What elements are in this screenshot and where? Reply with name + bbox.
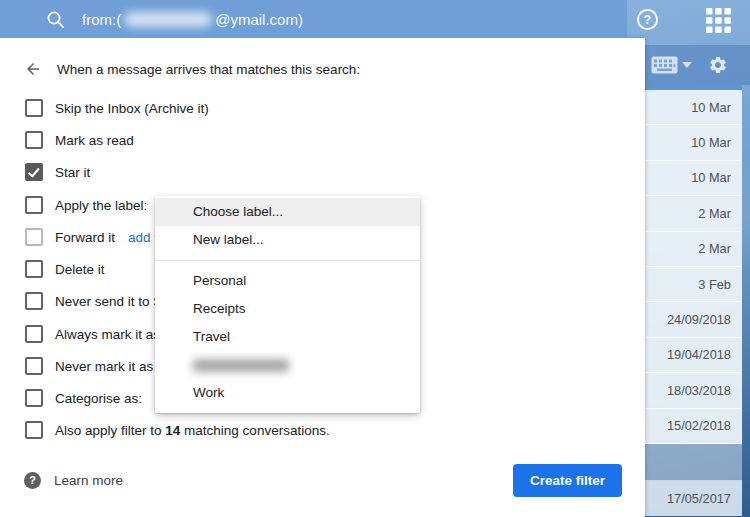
menu-item-new-label[interactable]: New label... (155, 226, 420, 254)
email-date: 10 Mar (691, 135, 731, 150)
learn-more-icon: ? (24, 472, 41, 489)
checkbox-never-important[interactable] (25, 357, 43, 375)
create-filter-button[interactable]: Create filter (513, 464, 622, 497)
menu-item-choose-label[interactable]: Choose label... (155, 198, 420, 226)
checkbox-star-checked[interactable] (25, 163, 43, 181)
label-dropdown-menu: Choose label... New label... Personal Re… (155, 196, 420, 413)
menu-item-travel[interactable]: Travel (155, 323, 420, 351)
checkbox-apply-existing[interactable] (25, 421, 43, 439)
menu-divider (155, 260, 420, 261)
learn-more-link[interactable]: ? Learn more (24, 471, 123, 489)
settings-icon[interactable] (708, 55, 728, 75)
learn-more-label: Learn more (54, 473, 123, 488)
filter-option-mark-read: Mark as read (25, 124, 134, 156)
checkbox-mark-read[interactable] (25, 131, 43, 149)
email-row[interactable]: 15/02/2018 (645, 409, 742, 444)
option-label[interactable]: Skip the Inbox (Archive it) (55, 101, 209, 116)
email-date: 24/09/2018 (667, 312, 731, 327)
checkbox-skip-inbox[interactable] (25, 99, 43, 117)
email-date: 2 Mar (698, 241, 731, 256)
menu-item-personal[interactable]: Personal (155, 267, 420, 295)
matching-count: 14 (165, 423, 180, 438)
search-icon[interactable] (46, 10, 65, 29)
email-date: 10 Mar (691, 100, 731, 115)
redacted-sender-name (124, 12, 212, 27)
email-row[interactable]: 2 Mar (645, 196, 742, 231)
filter-panel-title: When a message arrives that matches this… (57, 62, 360, 77)
email-date: 17/05/2017 (667, 491, 731, 506)
caret-down-icon[interactable] (682, 62, 692, 68)
svg-text:?: ? (644, 13, 651, 27)
email-row[interactable]: 19/04/2018 (645, 338, 742, 373)
checkbox-apply-label[interactable] (25, 196, 43, 214)
checkbox-always-important[interactable] (25, 325, 43, 343)
checkbox-delete[interactable] (25, 260, 43, 278)
email-row[interactable]: 10 Mar (645, 161, 742, 196)
email-row[interactable]: 17/05/2017 (645, 481, 742, 516)
apps-grid-icon[interactable] (705, 7, 732, 34)
search-bar[interactable]: from:( @ymail.com) (0, 0, 627, 38)
option-label[interactable]: Also apply filter to 14 matching convers… (55, 423, 330, 438)
menu-item-redacted[interactable] (155, 351, 420, 379)
option-label[interactable]: Categorise as: (55, 391, 142, 406)
help-icon[interactable]: ? (636, 8, 659, 31)
email-date: 19/04/2018 (667, 347, 731, 362)
menu-item-work[interactable]: Work (155, 379, 420, 407)
filter-option-star: Star it (25, 156, 90, 188)
email-row-empty (645, 444, 742, 481)
email-row[interactable]: 10 Mar (645, 90, 742, 125)
search-query-prefix: from:( (82, 11, 121, 28)
filter-option-apply-label: Apply the label: (25, 189, 147, 221)
keyboard-icon[interactable] (651, 56, 678, 74)
option-label[interactable]: Delete it (55, 262, 105, 277)
filter-option-skip-inbox: Skip the Inbox (Archive it) (25, 92, 209, 124)
filter-panel-header: When a message arrives that matches this… (24, 60, 360, 78)
search-query-suffix: @ymail.com) (215, 11, 303, 28)
option-label[interactable]: Mark as read (55, 133, 134, 148)
option-label[interactable]: Forward it (55, 230, 115, 245)
redacted-label-blob (193, 359, 289, 372)
gmail-window: from:( @ymail.com) ? (0, 0, 750, 517)
email-row[interactable]: 24/09/2018 (645, 302, 742, 337)
email-row[interactable]: 10 Mar (645, 125, 742, 160)
email-date: 15/02/2018 (667, 418, 731, 433)
email-row[interactable]: 2 Mar (645, 232, 742, 267)
email-list: 10 Mar 10 Mar 10 Mar 2 Mar 2 Mar 3 Feb 2… (645, 85, 742, 516)
email-row[interactable]: 3 Feb (645, 267, 742, 302)
filter-option-delete: Delete it (25, 253, 105, 285)
email-date: 18/03/2018 (667, 383, 731, 398)
search-query[interactable]: from:( @ymail.com) (82, 11, 303, 28)
option-label[interactable]: Apply the label: (55, 198, 147, 213)
email-date: 2 Mar (698, 206, 731, 221)
menu-item-receipts[interactable]: Receipts (155, 295, 420, 323)
inbox-toolbar (627, 45, 750, 85)
option-label[interactable]: Star it (55, 165, 90, 180)
checkbox-categorise[interactable] (25, 389, 43, 407)
back-arrow-icon[interactable] (24, 60, 42, 78)
email-date: 10 Mar (691, 170, 731, 185)
email-row[interactable]: 18/03/2018 (645, 373, 742, 408)
email-date: 3 Feb (698, 277, 731, 292)
checkbox-forward[interactable] (25, 228, 43, 246)
filter-option-apply-existing: Also apply filter to 14 matching convers… (25, 414, 330, 446)
checkbox-never-spam[interactable] (25, 292, 43, 310)
